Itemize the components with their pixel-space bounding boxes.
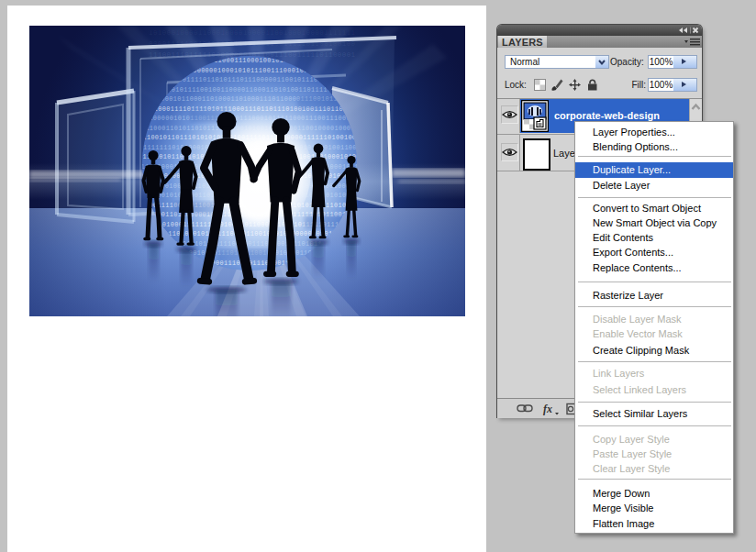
svg-text:101000100001100010000100001100: 1010001000011000100001000011001000100001…: [149, 29, 356, 37]
svg-text:fx: fx: [543, 403, 552, 415]
